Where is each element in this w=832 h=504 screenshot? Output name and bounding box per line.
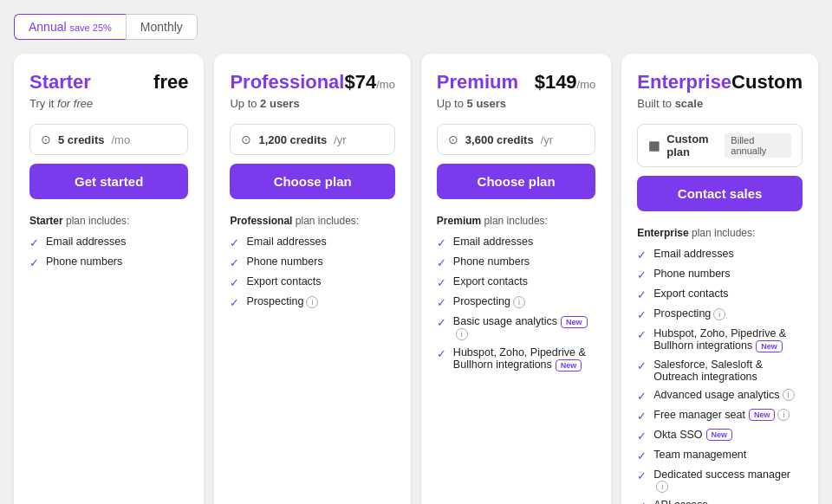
check-icon: ✓ bbox=[637, 308, 647, 321]
plan-name: Starter bbox=[29, 71, 91, 94]
credits-amount: 3,600 credits bbox=[465, 133, 534, 146]
custom-plan-left: ▦ Custom plan bbox=[648, 132, 725, 158]
feature-text: Prospectingi bbox=[246, 295, 318, 308]
cta-button-starter[interactable]: Get started bbox=[29, 164, 188, 199]
cta-button-professional[interactable]: Choose plan bbox=[230, 164, 394, 199]
info-icon[interactable]: i bbox=[656, 481, 668, 493]
billing-toggle: Annual save 25% Monthly bbox=[14, 14, 818, 40]
feature-text: Export contacts bbox=[653, 288, 728, 300]
monthly-toggle-button[interactable]: Monthly bbox=[126, 14, 198, 40]
info-icon[interactable]: i bbox=[713, 308, 725, 320]
cta-button-enterprise[interactable]: Contact sales bbox=[637, 176, 803, 211]
check-icon: ✓ bbox=[637, 359, 647, 372]
credits-icon: ⊙ bbox=[41, 132, 51, 146]
check-icon: ✓ bbox=[437, 236, 446, 249]
feature-list: ✓Email addresses✓Phone numbers✓Export co… bbox=[437, 236, 595, 372]
plan-includes-title: Premium plan includes: bbox=[437, 215, 595, 227]
info-icon[interactable]: i bbox=[306, 296, 318, 308]
plans-grid: StarterfreeTry it for free ⊙ 5 credits /… bbox=[14, 54, 818, 504]
credits-box: ⊙ 5 credits /mo bbox=[29, 124, 188, 155]
plan-header: Premium$149/mo bbox=[437, 71, 595, 94]
check-icon: ✓ bbox=[230, 296, 239, 309]
check-icon: ✓ bbox=[437, 316, 446, 329]
feature-text: Advanced usage analyticsi bbox=[653, 389, 794, 402]
plan-card-starter: StarterfreeTry it for free ⊙ 5 credits /… bbox=[14, 54, 204, 504]
check-icon: ✓ bbox=[637, 500, 647, 504]
feature-text: Email addresses bbox=[453, 236, 533, 248]
annual-toggle-button[interactable]: Annual save 25% bbox=[14, 14, 126, 40]
custom-plan-icon: ▦ bbox=[648, 139, 660, 152]
feature-item: ✓Export contacts bbox=[230, 275, 394, 289]
plan-subtitle: Up to 5 users bbox=[437, 97, 595, 110]
info-icon[interactable]: i bbox=[777, 409, 790, 421]
plan-price: $74/mo bbox=[344, 71, 394, 94]
feature-item: ✓Phone numbers bbox=[437, 255, 595, 269]
plan-subtitle: Up to 2 users bbox=[230, 97, 394, 110]
check-icon: ✓ bbox=[637, 328, 647, 341]
plan-card-enterprise: EnterpriseCustomBuilt to scale ▦ Custom … bbox=[621, 54, 818, 504]
annual-save-badge: save 25% bbox=[69, 23, 111, 33]
new-badge: New bbox=[749, 409, 776, 421]
check-icon: ✓ bbox=[637, 249, 647, 262]
feature-item: ✓Dedicated success manageri bbox=[637, 468, 803, 494]
feature-item: ✓Prospectingi bbox=[637, 307, 803, 321]
feature-item: ✓Free manager seatNewi bbox=[637, 409, 803, 423]
plan-header: EnterpriseCustom bbox=[637, 71, 803, 94]
monthly-label: Monthly bbox=[140, 20, 183, 34]
credits-period: /mo bbox=[111, 133, 130, 146]
feature-item: ✓Basic usage analyticsNewi bbox=[437, 315, 595, 340]
feature-text: Hubspot, Zoho, Pipedrive & Bullhorn inte… bbox=[453, 346, 595, 372]
feature-item: ✓Export contacts bbox=[437, 275, 595, 289]
feature-text: Basic usage analyticsNewi bbox=[453, 315, 595, 340]
feature-item: ✓Email addresses bbox=[637, 248, 803, 262]
info-icon[interactable]: i bbox=[783, 389, 795, 401]
feature-text: Email addresses bbox=[653, 248, 733, 260]
custom-plan-label: Custom plan bbox=[666, 132, 725, 158]
new-badge: New bbox=[561, 316, 588, 328]
feature-item: ✓API access bbox=[637, 499, 803, 504]
check-icon: ✓ bbox=[637, 449, 647, 462]
feature-text: Email addresses bbox=[46, 236, 126, 248]
new-badge: New bbox=[706, 429, 733, 441]
credits-amount: 1,200 credits bbox=[258, 133, 327, 146]
plan-price: Custom bbox=[731, 71, 803, 94]
feature-item: ✓Prospectingi bbox=[230, 295, 394, 309]
info-icon[interactable]: i bbox=[456, 328, 468, 340]
plan-price: $149/mo bbox=[535, 71, 596, 94]
check-icon: ✓ bbox=[437, 256, 446, 269]
plan-subtitle: Built to scale bbox=[637, 97, 803, 110]
feature-item: ✓Team management bbox=[637, 449, 803, 462]
new-badge: New bbox=[556, 359, 582, 372]
plan-card-premium: Premium$149/moUp to 5 users ⊙ 3,600 cred… bbox=[421, 54, 611, 504]
billed-annually-badge: Billed annually bbox=[725, 133, 791, 158]
check-icon: ✓ bbox=[29, 256, 39, 269]
plan-name: Premium bbox=[437, 71, 518, 94]
feature-item: ✓Phone numbers bbox=[29, 255, 188, 269]
check-icon: ✓ bbox=[29, 236, 39, 249]
new-badge: New bbox=[756, 340, 783, 352]
feature-text: Salesforce, Salesloft & Outreach integra… bbox=[653, 359, 803, 383]
feature-item: ✓Phone numbers bbox=[637, 268, 803, 281]
feature-item: ✓Hubspot, Zoho, Pipedrive & Bullhorn int… bbox=[437, 346, 595, 372]
credits-period: /yr bbox=[334, 133, 346, 146]
credits-box: ⊙ 3,600 credits /yr bbox=[437, 124, 595, 155]
custom-plan-box: ▦ Custom plan Billed annually bbox=[637, 124, 803, 167]
info-icon[interactable]: i bbox=[513, 296, 525, 308]
credits-icon: ⊙ bbox=[448, 132, 458, 146]
feature-list: ✓Email addresses✓Phone numbers✓Export co… bbox=[637, 248, 803, 504]
feature-item: ✓Prospectingi bbox=[437, 295, 595, 309]
cta-button-premium[interactable]: Choose plan bbox=[437, 164, 595, 199]
feature-item: ✓Email addresses bbox=[437, 236, 595, 249]
annual-label: Annual bbox=[29, 20, 67, 34]
feature-item: ✓Advanced usage analyticsi bbox=[637, 389, 803, 403]
plan-name: Enterprise bbox=[637, 71, 731, 94]
feature-text: Phone numbers bbox=[246, 255, 322, 268]
plan-includes-title: Professional plan includes: bbox=[230, 215, 394, 227]
feature-text: Okta SSONew bbox=[653, 429, 732, 442]
check-icon: ✓ bbox=[230, 236, 239, 249]
plan-includes-title: Enterprise plan includes: bbox=[637, 227, 803, 239]
feature-text: Free manager seatNewi bbox=[653, 409, 790, 422]
check-icon: ✓ bbox=[230, 276, 239, 289]
check-icon: ✓ bbox=[637, 268, 647, 281]
feature-item: ✓Okta SSONew bbox=[637, 429, 803, 443]
